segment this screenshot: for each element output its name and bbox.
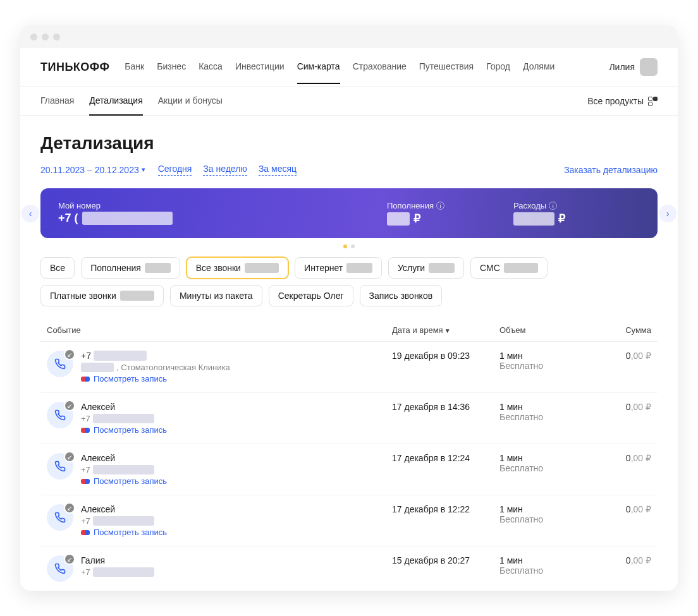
user-name: Лилия [609, 62, 635, 72]
summary-card-wrap: ‹ Мой номер +7 (XXX) XXX-XX-XX Пополнени… [40, 188, 658, 238]
chip-Интернет[interactable]: ИнтернетXXX ₽ [295, 257, 382, 279]
top-up-value: XXX ₽ [387, 212, 513, 226]
incoming-badge-icon: ↙ [64, 502, 75, 514]
avatar [640, 58, 658, 76]
filter-chips: ВсеПополненияXXX ₽Все звонкиXX,XX ₽Интер… [40, 257, 658, 306]
cell-volume: 1 минБесплатно [499, 453, 594, 486]
cell-sum: 0,00 ₽ [594, 453, 658, 486]
logo[interactable]: ТИНЬКОФФ [40, 61, 109, 74]
nav-долями[interactable]: Долями [523, 61, 554, 84]
chevron-down-icon: ▾ [142, 166, 145, 174]
view-recording-link[interactable]: Посмотреть запись [81, 374, 230, 383]
table-row[interactable]: ↙Алексей+7XXX XXX XX XXПосмотреть запись… [40, 393, 658, 444]
summary-card: Мой номер +7 (XXX) XXX-XX-XX Пополнения … [40, 188, 658, 238]
event-title: Алексей [81, 504, 167, 514]
range-link[interactable]: Сегодня [158, 164, 192, 176]
my-number-value: +7 (XXX) XXX-XX-XX [58, 212, 387, 225]
nav-страхование[interactable]: Страхование [353, 61, 407, 84]
event-subtitle: +7XXX XXX XX XX [81, 516, 167, 526]
date-range-row: 20.11.2023 – 20.12.2023 ▾ СегодняЗа неде… [40, 164, 658, 176]
nav-банк[interactable]: Банк [125, 61, 144, 84]
cell-volume: 1 минБесплатно [499, 402, 594, 435]
view-recording-link[interactable]: Посмотреть запись [81, 476, 167, 486]
top-up-label: Пополнения [387, 201, 434, 210]
chip-Услуги[interactable]: УслугиXXX ₽ [388, 257, 464, 279]
chip-Запись звонков[interactable]: Запись звонков [360, 285, 443, 306]
sort-desc-icon: ▼ [444, 327, 451, 334]
record-icon [81, 377, 90, 382]
chip-Все звонки[interactable]: Все звонкиXX,XX ₽ [187, 257, 288, 279]
grid-icon [647, 96, 658, 106]
range-link[interactable]: За неделю [203, 164, 247, 176]
window-controls[interactable] [30, 33, 60, 40]
expenses-label: Расходы [513, 201, 546, 210]
nav-город[interactable]: Город [486, 61, 510, 84]
chip-Минуты из пакета[interactable]: Минуты из пакета [170, 285, 262, 306]
chip-Секретарь Олег[interactable]: Секретарь Олег [269, 285, 353, 306]
cell-date: 19 декабря в 09:23 [392, 351, 499, 383]
info-icon[interactable]: i [436, 202, 444, 210]
event-subtitle: +7XXX XXX XX XX [81, 567, 154, 577]
incoming-badge-icon: ↙ [64, 451, 75, 462]
cell-sum: 0,00 ₽ [594, 351, 658, 383]
cell-sum: 0,00 ₽ [594, 555, 658, 582]
table-body: ↙+7XXXXXXXXXXXXXXX, Стоматологическая Кл… [40, 342, 658, 591]
table-row[interactable]: ↙Галия+7XXX XXX XX XX15 декабря в 20:271… [40, 547, 658, 591]
cell-volume: 1 минБесплатно [499, 555, 594, 582]
subnav-2[interactable]: Акции и бонусы [158, 95, 223, 116]
record-icon [81, 428, 90, 433]
record-icon [81, 479, 90, 484]
cell-sum: 0,00 ₽ [594, 504, 658, 537]
main-header: ТИНЬКОФФ БанкБизнесКассаИнвестицииСим-ка… [20, 48, 678, 87]
event-title: Галия [81, 555, 154, 565]
chip-Платные звонки[interactable]: Платные звонкиXX,XX ₽ [40, 285, 164, 306]
order-details-link[interactable]: Заказать детализацию [564, 165, 658, 175]
event-title: Алексей [81, 453, 167, 463]
chip-Пополнения[interactable]: ПополненияXXX ₽ [81, 257, 180, 279]
view-recording-link[interactable]: Посмотреть запись [81, 528, 167, 537]
main-nav: БанкБизнесКассаИнвестицииСим-картаСтрахо… [125, 61, 594, 73]
window-titlebar [20, 25, 678, 48]
user-block[interactable]: Лилия [609, 58, 658, 76]
nav-касса[interactable]: Касса [199, 61, 223, 84]
incoming-badge-icon: ↙ [64, 400, 75, 411]
event-subtitle: XXXXXX, Стоматологическая Клиника [81, 363, 230, 372]
cell-date: 17 декабря в 12:22 [392, 504, 499, 537]
all-products-button[interactable]: Все продукты [587, 96, 658, 106]
info-icon[interactable]: i [549, 202, 557, 210]
cell-date: 15 декабря в 20:27 [392, 555, 499, 582]
app-window: ТИНЬКОФФ БанкБизнесКассаИнвестицииСим-ка… [20, 25, 678, 591]
incoming-badge-icon: ↙ [64, 553, 75, 565]
header-date[interactable]: Дата и время▼ [392, 325, 499, 335]
page-title: Детализация [40, 133, 658, 154]
cell-sum: 0,00 ₽ [594, 402, 658, 435]
header-volume: Объем [499, 325, 594, 335]
table-row[interactable]: ↙Алексей+7XXX XXX XX XXПосмотреть запись… [40, 444, 658, 495]
date-range-picker[interactable]: 20.11.2023 – 20.12.2023 ▾ [40, 165, 145, 175]
cell-volume: 1 минБесплатно [499, 504, 594, 537]
my-number-label: Мой номер [58, 201, 387, 210]
nav-сим-карта[interactable]: Сим-карта [297, 61, 340, 84]
view-recording-link[interactable]: Посмотреть запись [81, 425, 167, 435]
all-products-label: Все продукты [587, 96, 644, 106]
event-subtitle: +7XXX XXX XX XX [81, 465, 167, 474]
card-next-button[interactable]: › [659, 205, 677, 222]
record-icon [81, 530, 90, 535]
cell-date: 17 декабря в 14:36 [392, 402, 499, 435]
cell-date: 17 декабря в 12:24 [392, 453, 499, 486]
chip-Все[interactable]: Все [40, 257, 75, 279]
header-sum: Сумма [594, 325, 658, 335]
range-link[interactable]: За месяц [259, 164, 297, 176]
event-title: +7XXXXXXXXX [81, 351, 230, 361]
card-prev-button[interactable]: ‹ [21, 205, 39, 222]
nav-бизнес[interactable]: Бизнес [157, 61, 186, 84]
expenses-value: XXX,XX ₽ [513, 212, 640, 226]
table-row[interactable]: ↙+7XXXXXXXXXXXXXXX, Стоматологическая Кл… [40, 342, 658, 393]
nav-путешествия[interactable]: Путешествия [419, 61, 474, 84]
subnav-0[interactable]: Главная [40, 95, 74, 116]
nav-инвестиции[interactable]: Инвестиции [235, 61, 285, 84]
table-row[interactable]: ↙Алексей+7XXX XXX XX XXПосмотреть запись… [40, 495, 658, 547]
subnav-1[interactable]: Детализация [89, 95, 142, 116]
chip-СМС[interactable]: СМСXX,XX ₽ [470, 257, 548, 279]
carousel-dots [40, 245, 658, 248]
